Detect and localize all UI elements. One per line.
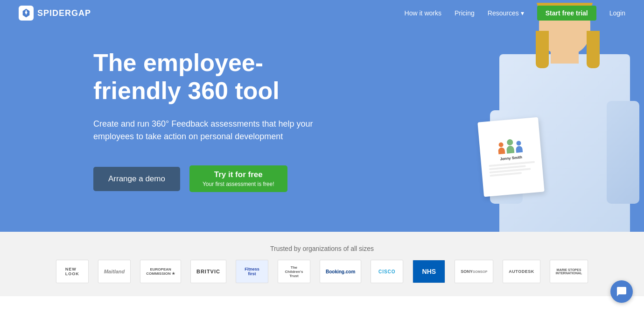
try-free-sublabel: Your first assessment is free! <box>203 181 274 187</box>
logo-maitland: Maitland <box>98 260 131 283</box>
logo-text: Spidergap <box>37 8 91 18</box>
hero-title: The employee-friendly 360 tool <box>93 49 327 105</box>
hero-section: The employee-friendly 360 tool Create an… <box>0 0 644 232</box>
logo-autodesk: AUTODESK <box>503 260 540 283</box>
person-hair-left <box>536 31 549 68</box>
try-free-label: Try it for free <box>214 170 263 179</box>
hero-image <box>457 0 644 232</box>
person-head-3 <box>516 141 521 146</box>
start-free-trial-button[interactable]: Start free trial <box>537 6 596 21</box>
trusted-section: Trusted by organizations of all sizes NE… <box>0 232 644 296</box>
logo-cisco: CISCO <box>371 260 403 283</box>
login-link[interactable]: Login <box>609 9 625 17</box>
person-icon-2 <box>506 139 515 153</box>
svg-point-1 <box>26 10 27 12</box>
lower-section: Clearer feedback reports <box>0 296 644 314</box>
logo-booking-com: Booking.com <box>320 260 361 283</box>
nav-resources[interactable]: Resources ▾ <box>488 9 524 17</box>
hero-content: The employee-friendly 360 tool Create an… <box>0 12 327 220</box>
hero-buttons: Arrange a demo Try it for free Your firs… <box>93 165 327 192</box>
logos-row: NEWLOOK Maitland EUROPEANCOMMISSION ★ BR… <box>56 260 588 283</box>
hero-person-container <box>485 3 644 232</box>
nav-pricing[interactable]: Pricing <box>455 9 475 17</box>
chevron-down-icon: ▾ <box>521 9 524 17</box>
person-icon-1 <box>497 142 505 154</box>
person-body-1 <box>498 147 505 154</box>
person-icon-3 <box>515 141 523 153</box>
person-head-2 <box>506 139 513 146</box>
report-name: Jenny Smith <box>500 155 522 161</box>
chat-button[interactable] <box>610 280 633 303</box>
report-people-icon <box>497 138 523 154</box>
hero-subtitle: Create and run 360° Feedback assessments… <box>93 118 327 143</box>
logo-new-look: NEWLOOK <box>56 260 89 283</box>
person-hair-right <box>587 31 600 68</box>
person-arm-right <box>607 101 639 204</box>
logo-britvic: BRITVIC <box>190 260 226 283</box>
arrange-demo-button[interactable]: Arrange a demo <box>93 167 180 191</box>
nav-links: How it works Pricing Resources ▾ Start f… <box>405 6 625 21</box>
report-card: Jenny Smith <box>477 117 544 197</box>
logo-icon <box>19 6 34 21</box>
navigation: Spidergap How it works Pricing Resources… <box>0 0 644 26</box>
try-free-button[interactable]: Try it for free Your first assessment is… <box>189 165 287 192</box>
person-body-2 <box>506 145 514 153</box>
logo-sony: SONYGOMSOP <box>455 260 493 283</box>
logo-marie-stopes: MARIE STOPESINTERNATIONAL <box>550 260 588 283</box>
logo-childrens-trust: TheChildren'sTrust <box>278 260 310 283</box>
logo-european-commission: EUROPEANCOMMISSION ★ <box>140 260 181 283</box>
person-body-3 <box>516 146 523 153</box>
trusted-text: Trusted by organizations of all sizes <box>270 245 374 252</box>
nav-how-it-works[interactable]: How it works <box>405 9 441 17</box>
logo-fitness-first: Fitnessfirst <box>236 260 268 283</box>
person-head-1 <box>498 142 504 147</box>
logo-nhs: NHS <box>413 260 445 283</box>
report-lines <box>489 161 536 177</box>
logo-link[interactable]: Spidergap <box>19 6 91 21</box>
